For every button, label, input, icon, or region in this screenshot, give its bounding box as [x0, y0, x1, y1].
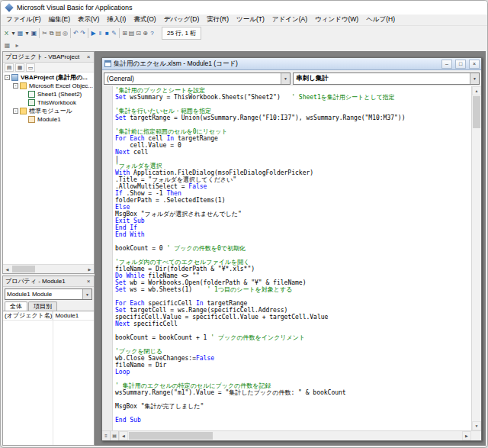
save-icon[interactable]: ▣ — [30, 27, 37, 39]
view-object-icon[interactable]: ▦ — [15, 63, 24, 72]
toggle-folders-icon[interactable]: ▭ — [26, 63, 35, 72]
scroll-down-icon[interactable]: ▼ — [472, 421, 481, 430]
procedure-dropdown-value: 串刺し集計 — [296, 74, 329, 83]
properties-tab[interactable]: 全体 — [5, 301, 27, 311]
menu-item[interactable]: デバッグ(D) — [160, 15, 204, 25]
menu-item[interactable]: ウィンドウ(W) — [311, 15, 362, 25]
paste-icon[interactable]: ▤ — [55, 27, 62, 39]
code-line: End If — [115, 224, 471, 231]
tree-expander-icon[interactable]: - — [5, 75, 10, 80]
minimize-button[interactable]: – — [441, 60, 452, 69]
tree-item[interactable]: ThisWorkbook — [3, 98, 94, 107]
project-explorer-icon[interactable]: ⊞ — [121, 27, 128, 39]
code-line: MsgBox "フォルダが選択されませんでした" — [115, 211, 471, 218]
procedure-dropdown[interactable]: 串刺し集計 ▼ — [293, 73, 480, 85]
code-editor-area: '集計用のブックとシートを設定Set wsSummary = ThisWorkb… — [102, 86, 481, 430]
insert-userform-icon[interactable]: ▦ — [17, 27, 24, 39]
property-value[interactable]: Module1 — [53, 312, 94, 319]
properties-window-icon[interactable]: ▤ — [128, 27, 135, 39]
code-line: Set targetCell = ws.Range(specificCell.A… — [115, 307, 471, 314]
menu-item[interactable]: 挿入(I) — [103, 15, 130, 25]
tree-item[interactable]: -標準モジュール — [3, 107, 94, 115]
design-mode-icon[interactable]: ✎ — [111, 27, 117, 39]
secondary-toolbar-icon-1[interactable]: ▦ — [3, 41, 11, 50]
redo-icon[interactable]: ↷ — [79, 27, 86, 39]
close-icon[interactable]: × — [85, 278, 92, 285]
chevron-down-icon[interactable]: ▼ — [82, 289, 92, 299]
reset-icon[interactable]: ■ — [104, 27, 111, 39]
cursor-position-indicator: 25 行, 1 桁 — [162, 27, 201, 40]
properties-title: プロパティ - Module1 — [5, 277, 85, 285]
object-dropdown[interactable]: (General) ▼ — [104, 73, 291, 85]
scroll-up-icon[interactable]: ▲ — [472, 86, 481, 95]
properties-tab[interactable]: 項目別 — [28, 301, 57, 311]
find-icon[interactable]: ◎ — [62, 27, 69, 39]
close-icon[interactable]: × — [85, 53, 92, 60]
tree-item[interactable]: Sheet1 (Sheet2) — [3, 90, 94, 98]
properties-object-selector[interactable]: Module1 Module ▼ — [5, 288, 92, 300]
menu-item[interactable]: 編集(E) — [45, 15, 74, 25]
project-tree-hscrollbar[interactable]: ◀ ▶ — [3, 264, 94, 273]
menu-item[interactable]: 表示(V) — [74, 15, 103, 25]
tree-expander-icon[interactable]: - — [13, 108, 18, 114]
scroll-left-icon[interactable]: ◀ — [3, 267, 11, 272]
code-hscroll-track[interactable] — [128, 431, 462, 440]
copy-icon[interactable]: ⧉ — [48, 27, 55, 39]
procedure-view-icon[interactable]: ≡ — [102, 431, 111, 440]
menu-item[interactable]: 実行(R) — [203, 15, 233, 25]
menu-item[interactable]: 書式(O) — [130, 15, 159, 25]
tree-item-label: 標準モジュール — [29, 107, 72, 115]
code-line — [115, 327, 471, 334]
code-line — [115, 293, 471, 300]
menu-item[interactable]: ツール(T) — [233, 15, 268, 25]
help-icon[interactable]: ? — [149, 27, 156, 39]
secondary-toolbar-icon-2[interactable]: ▸ — [13, 41, 21, 50]
tree-item-label: Microsoft Excel Objec... — [29, 82, 93, 89]
property-row[interactable]: (オブジェクト名)Module1 — [3, 311, 94, 321]
code-window-caption[interactable]: 集計用のエクセル.xlsm - Module1 (コード) – □ × — [102, 58, 481, 70]
tree-item[interactable]: -Microsoft Excel Objec... — [3, 82, 94, 90]
scroll-right-icon[interactable]: ▶ — [85, 267, 94, 272]
tree-expander-icon[interactable]: - — [13, 83, 18, 89]
code-line: fileName = Dir(folderPath & "¥*.xls*") — [115, 266, 471, 272]
margin-indicator-bar[interactable] — [102, 86, 113, 430]
object-browser-icon[interactable]: ⊡ — [135, 27, 142, 39]
toolbar-separator — [119, 28, 120, 38]
chevron-down-icon[interactable]: ▼ — [470, 73, 479, 84]
menu-item[interactable]: ファイル(F) — [2, 15, 45, 25]
scroll-left-icon[interactable]: ◀ — [119, 431, 128, 440]
properties-panel: プロパティ - Module1 × Module1 Module ▼ 全体項目別… — [2, 276, 95, 446]
properties-grid-divider — [53, 311, 53, 445]
scroll-right-icon[interactable]: ▶ — [462, 431, 471, 440]
undo-icon[interactable]: ↶ — [72, 27, 79, 39]
code-vscroll-thumb[interactable] — [473, 96, 480, 128]
sheet-icon — [28, 91, 35, 98]
project-tree-hscroll-track[interactable] — [11, 265, 85, 273]
view-excel-caret-icon[interactable]: ▾ — [10, 27, 17, 39]
view-code-icon[interactable]: ▤ — [5, 63, 14, 72]
code-vscrollbar[interactable]: ▲ ▼ — [471, 86, 481, 430]
project-icon — [11, 74, 18, 81]
code-line: | — [115, 156, 471, 163]
run-icon[interactable]: ▶ — [90, 27, 97, 39]
tree-item[interactable]: -VBAProject (集計用の... — [3, 73, 94, 82]
code-hscrollbar[interactable]: ◀ ▶ — [119, 431, 471, 440]
code-line: '集計前に指定範囲のセルを0にリセット — [115, 128, 471, 135]
maximize-button[interactable]: □ — [455, 60, 466, 69]
project-tree-hscroll-thumb[interactable] — [12, 266, 35, 272]
cut-icon[interactable]: ✂ — [41, 27, 48, 39]
tree-item[interactable]: Module1 — [3, 115, 94, 124]
code-hscroll-thumb[interactable] — [129, 432, 213, 440]
toolbox-icon[interactable]: ⊕ — [142, 27, 149, 39]
code-vscroll-track[interactable] — [472, 95, 481, 421]
break-icon[interactable]: ‖ — [97, 27, 104, 39]
menu-item[interactable]: アドイン(A) — [268, 15, 311, 25]
insert-caret-icon[interactable]: ▾ — [24, 27, 30, 39]
code-editor[interactable]: '集計用のブックとシートを設定Set wsSummary = ThisWorkb… — [113, 86, 471, 430]
chevron-down-icon[interactable]: ▼ — [281, 73, 290, 84]
full-module-view-icon[interactable]: ▤ — [111, 431, 119, 440]
code-line: Set wb = Workbooks.Open(folderPath & "¥"… — [115, 279, 471, 286]
menu-item[interactable]: ヘルプ(H) — [362, 15, 399, 25]
view-excel-icon[interactable]: X — [3, 27, 10, 39]
close-button[interactable]: × — [469, 60, 480, 69]
